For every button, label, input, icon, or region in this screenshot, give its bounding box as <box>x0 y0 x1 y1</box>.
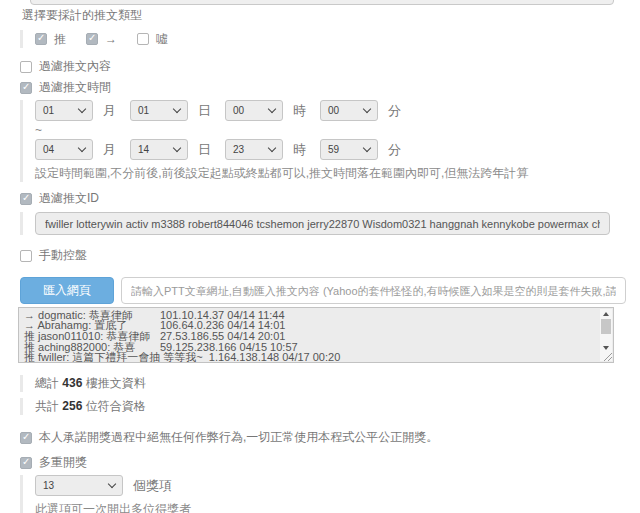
chevron-down-icon <box>173 105 181 113</box>
month-unit-label: 月 <box>103 141 116 159</box>
time-range-note: 設定時間範圍,不分前後,前後設定起點或終點都可以,推文時間落在範圍內即可,但無法… <box>35 165 626 182</box>
id-filter-input[interactable] <box>35 212 610 235</box>
multi-draw-block: 13 個獎項 此選項可一次開出多位得獎者 <box>20 475 626 513</box>
end-minute-select[interactable]: 59 <box>320 139 378 160</box>
article-url-input[interactable] <box>121 277 626 304</box>
multi-draw-row: 多重開獎 <box>20 454 626 471</box>
end-month-select[interactable]: 04 <box>35 139 93 160</box>
chevron-down-icon <box>78 105 86 113</box>
type-option-push: 推 <box>35 31 66 48</box>
range-separator: ~ <box>35 123 626 137</box>
promise-checkbox[interactable] <box>20 432 32 444</box>
cutoff-input-top <box>30 0 614 5</box>
total-comments-line: 總計 436 樓推文資料 <box>20 375 626 392</box>
day-unit-label: 日 <box>198 141 211 159</box>
multi-draw-label: 多重開獎 <box>39 454 87 471</box>
push-label: 推 <box>54 31 66 48</box>
id-filter-block <box>20 212 626 235</box>
hour-unit-label: 時 <box>293 141 306 159</box>
multi-draw-note: 此選項可一次開出多位得獎者 <box>35 501 626 513</box>
chevron-down-icon <box>268 144 276 152</box>
id-filter-checkbox[interactable] <box>20 193 32 205</box>
end-hour-select[interactable]: 23 <box>225 139 283 160</box>
start-minute-select[interactable]: 00 <box>320 100 378 121</box>
total-count: 436 <box>62 376 82 390</box>
boo-checkbox[interactable] <box>137 33 149 45</box>
comment-text: 推 fwiller: 這篇下禮拜一會抽 等等我~ <box>24 352 209 363</box>
minute-unit-label: 分 <box>388 141 401 159</box>
minute-unit-label: 分 <box>388 102 401 120</box>
time-filter-label: 過濾推文時間 <box>39 79 111 96</box>
time-range-block: 01 月 01 日 00 時 <box>20 100 626 182</box>
chevron-down-icon <box>108 480 116 488</box>
qualified-count: 256 <box>62 399 82 413</box>
prize-count-select[interactable]: 13 <box>35 475 123 496</box>
push-checkbox[interactable] <box>35 33 47 45</box>
content-filter-label: 過濾推文內容 <box>39 58 111 75</box>
start-month-select[interactable]: 01 <box>35 100 93 121</box>
comment-meta: 1.164.138.148 04/17 00:20 <box>209 352 341 363</box>
qualified-count-line: 共計 256 位符合資格 <box>20 398 626 415</box>
boo-label: 噓 <box>156 31 168 48</box>
import-button[interactable]: 匯入網頁 <box>20 277 114 304</box>
comments-textarea[interactable]: → dogmatic: 恭喜律師 101.10.14.37 04/14 11:4… <box>18 307 614 363</box>
end-day-select[interactable]: 14 <box>130 139 188 160</box>
id-filter-label: 過濾推文ID <box>39 190 99 207</box>
scroll-up-icon[interactable] <box>603 312 609 316</box>
chevron-down-icon <box>363 105 371 113</box>
scrollbar-thumb[interactable] <box>601 319 611 334</box>
lottery-tool-page: 選擇要採計的推文類型 推 → 噓 過濾推文內容 過濾推文時間 <box>0 0 640 513</box>
promise-label: 本人承諾開獎過程中絕無任何作弊行為,一切正常使用本程式公平公正開獎。 <box>39 429 438 446</box>
import-row: 匯入網頁 <box>20 277 626 304</box>
month-unit-label: 月 <box>103 102 116 120</box>
manual-label: 手動控盤 <box>39 247 87 264</box>
chevron-down-icon <box>173 144 181 152</box>
arrow-checkbox[interactable] <box>86 33 98 45</box>
manual-row: 手動控盤 <box>20 247 626 264</box>
start-hour-select[interactable]: 00 <box>225 100 283 121</box>
type-filter-title: 選擇要採計的推文類型 <box>22 7 626 24</box>
content-filter-checkbox[interactable] <box>20 61 32 73</box>
time-filter-checkbox[interactable] <box>20 82 32 94</box>
promise-row: 本人承諾開獎過程中絕無任何作弊行為,一切正常使用本程式公平公正開獎。 <box>20 429 626 446</box>
arrow-label: → <box>105 32 117 46</box>
start-day-select[interactable]: 01 <box>130 100 188 121</box>
type-filter-options: 推 → 噓 <box>20 30 626 48</box>
id-filter-row: 過濾推文ID <box>20 190 626 207</box>
scroll-down-icon[interactable] <box>603 346 609 350</box>
time-filter-row: 過濾推文時間 <box>20 79 626 96</box>
chevron-down-icon <box>268 105 276 113</box>
chevron-down-icon <box>363 144 371 152</box>
prize-unit-label: 個獎項 <box>133 477 172 495</box>
hour-unit-label: 時 <box>293 102 306 120</box>
comment-line: 推 fwiller: 這篇下禮拜一會抽 等等我~ 1.164.138.148 0… <box>24 352 597 363</box>
chevron-down-icon <box>78 144 86 152</box>
day-unit-label: 日 <box>198 102 211 120</box>
time-range-end-row: 04 月 14 日 23 時 <box>35 139 626 160</box>
type-option-arrow: → <box>86 31 117 48</box>
content-filter-row: 過濾推文內容 <box>20 58 626 75</box>
time-range-start-row: 01 月 01 日 00 時 <box>35 100 626 121</box>
multi-draw-checkbox[interactable] <box>20 457 32 469</box>
type-option-boo: 噓 <box>137 31 168 48</box>
manual-checkbox[interactable] <box>20 250 32 262</box>
